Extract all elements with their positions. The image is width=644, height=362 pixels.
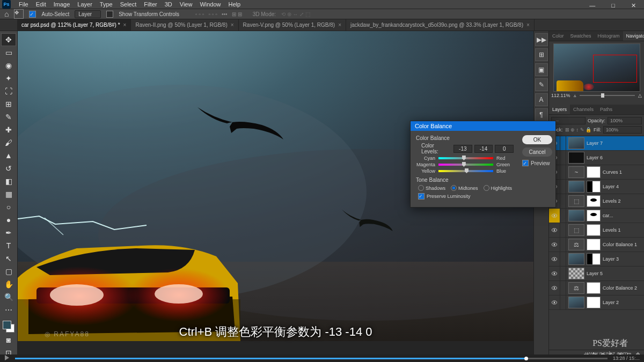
layer-row[interactable]: ⚖Color Balance 2 (549, 281, 644, 295)
layer-mask[interactable] (587, 210, 601, 221)
doc-tab[interactable]: Raven-V.png @ 50% (Layer 1, RGB/8)× (239, 19, 346, 31)
close-icon[interactable]: ✕ (627, 2, 640, 9)
channels-tab[interactable]: Channels (570, 105, 597, 114)
layer-mask[interactable] (587, 181, 601, 193)
shadows-radio[interactable]: Shadows (418, 185, 445, 191)
layer-thumb[interactable]: ⚖ (568, 282, 584, 294)
layer-name[interactable]: Layer 5 (587, 271, 603, 276)
magic-wand-tool[interactable]: ✦ (2, 72, 16, 84)
lock-icons[interactable]: ⊠ ⊕ ↕ ✎ 🔒 (565, 127, 592, 132)
layer-name[interactable]: Layer 2 (603, 300, 619, 305)
cyan-red-slider[interactable] (438, 157, 493, 159)
layer-name[interactable]: Layer 4 (603, 184, 619, 189)
home-icon[interactable]: ⌂ (4, 10, 9, 18)
swatches-tab[interactable]: Swatches (567, 31, 595, 41)
layer-mask[interactable] (587, 239, 601, 250)
layer-visibility-icon[interactable] (549, 281, 560, 295)
char-panel-icon[interactable]: A (535, 93, 548, 106)
menu-window[interactable]: Window (196, 1, 224, 8)
actions-panel-icon[interactable]: ▣ (535, 63, 548, 76)
layer-row[interactable]: ⬚Levels 2 (549, 194, 644, 209)
layer-name[interactable]: car... (603, 213, 613, 218)
zoom-in-icon[interactable]: △ (638, 93, 642, 98)
menu-type[interactable]: Type (96, 1, 116, 8)
doc-tab[interactable]: jackdaw_by_frankandcarystock_d5ol39o.png… (346, 19, 535, 31)
layer-row[interactable]: Layer 6 (549, 151, 644, 165)
layer-mask[interactable] (587, 282, 601, 294)
history-panel-icon[interactable]: ▶▶ (535, 33, 548, 46)
minimize-icon[interactable]: — (586, 2, 599, 9)
ok-button[interactable]: OK (522, 135, 552, 144)
layer-row[interactable]: Layer 5 (549, 267, 644, 281)
menu-layer[interactable]: Layer (74, 1, 96, 8)
layer-name[interactable]: Levels 2 (603, 198, 621, 204)
layer-visibility-icon[interactable] (549, 252, 560, 266)
layer-visibility-icon[interactable] (549, 238, 560, 252)
layer-thumb[interactable] (568, 181, 584, 193)
color-swatch[interactable] (3, 321, 14, 333)
menu-3d[interactable]: 3D (161, 1, 176, 8)
layer-row[interactable]: Layer 3 (549, 252, 644, 267)
layer-row[interactable]: ⚖Color Balance 1 (549, 238, 644, 252)
edit-toolbar[interactable]: ⋯ (2, 304, 16, 316)
frame-tool[interactable]: ⊞ (2, 98, 16, 110)
auto-select-checkbox[interactable]: ✓ (29, 11, 36, 18)
layer-select[interactable]: Layer (75, 10, 101, 18)
layer-row[interactable]: Layer 7 (549, 136, 644, 151)
layer-visibility-icon[interactable] (549, 267, 560, 280)
layer-name[interactable]: Curves 1 (603, 169, 622, 175)
layer-visibility-icon[interactable] (549, 209, 560, 223)
layer-mask[interactable] (587, 253, 601, 265)
cancel-button[interactable]: Cancel (522, 147, 552, 157)
layer-mask[interactable] (587, 195, 601, 207)
heal-tool[interactable]: ✚ (2, 124, 16, 136)
layer-row[interactable]: car... (549, 209, 644, 223)
align-icons[interactable]: ▫ ▫ ▫ ▫ ▫ ▫ ••• ⊞ ⊞ (195, 11, 242, 17)
tab-close-icon[interactable]: × (123, 22, 127, 28)
layer-thumb[interactable]: ⬚ (568, 224, 584, 236)
layer-mask[interactable] (587, 297, 601, 308)
doc-tab-active[interactable]: car psd.psd @ 112% (Layer 7, RGB/8#) *× (17, 19, 131, 31)
lasso-tool[interactable]: ◉ (2, 60, 16, 71)
shape-tool[interactable]: ▢ (2, 265, 16, 277)
layer-thumb[interactable] (568, 268, 584, 279)
dodge-tool[interactable]: ● (2, 214, 16, 226)
preserve-luminosity-checkbox[interactable]: ✓Preserve Luminosity (418, 193, 514, 200)
move-tool[interactable]: ✥ (2, 34, 16, 46)
layer-name[interactable]: Layer 7 (587, 141, 603, 146)
menu-select[interactable]: Select (116, 1, 141, 8)
layer-row[interactable]: ~Curves 1 (549, 165, 644, 180)
preview-checkbox[interactable]: ✓Preview (522, 160, 552, 166)
dialog-title[interactable]: Color Balance (411, 121, 555, 131)
layer-name[interactable]: Color Balance 2 (603, 285, 637, 291)
layer-thumb[interactable]: ⚖ (568, 239, 584, 250)
navigator-thumb[interactable] (553, 43, 640, 92)
layer-row[interactable]: ⬚Levels 1 (549, 223, 644, 238)
quick-mask[interactable]: ◙ (2, 334, 16, 346)
crop-tool[interactable]: ⛶ (2, 85, 16, 97)
layer-thumb[interactable] (568, 137, 584, 149)
navigator-viewport[interactable] (593, 55, 637, 83)
midtones-radio[interactable]: Midtones (451, 185, 478, 191)
properties-panel-icon[interactable]: ⊞ (535, 48, 548, 61)
path-tool[interactable]: ↖ (2, 253, 16, 264)
show-transform-checkbox[interactable] (106, 11, 113, 18)
eraser-tool[interactable]: ◧ (2, 175, 16, 187)
level-magenta-input[interactable]: -14 (474, 145, 493, 153)
menu-view[interactable]: View (176, 1, 196, 8)
layer-thumb[interactable] (568, 297, 584, 308)
level-yellow-input[interactable]: 0 (495, 145, 514, 153)
yellow-blue-slider[interactable] (438, 170, 493, 172)
layer-name[interactable]: Color Balance 1 (603, 242, 637, 247)
seek-bar[interactable] (15, 358, 608, 359)
menu-edit[interactable]: Edit (32, 1, 50, 8)
layer-mask[interactable] (587, 224, 601, 236)
layer-mask[interactable] (587, 166, 601, 178)
opacity-value[interactable]: 100% (608, 117, 642, 124)
blend-mode[interactable]: — (551, 117, 586, 124)
level-cyan-input[interactable]: -13 (453, 145, 472, 153)
menu-file[interactable]: File (15, 1, 32, 8)
menu-help[interactable]: Help (225, 1, 245, 8)
zoom-out-icon[interactable]: ▵ (574, 93, 576, 98)
menu-image[interactable]: Image (50, 1, 74, 8)
